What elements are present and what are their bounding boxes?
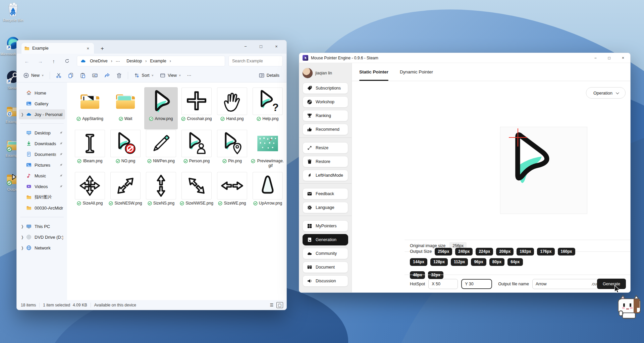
- close-button[interactable]: ×: [273, 44, 280, 49]
- details-button[interactable]: Details: [256, 70, 282, 80]
- file-tile[interactable]: AppStarting: [73, 87, 107, 129]
- hotspot-x-input[interactable]: [432, 282, 454, 286]
- paste-button[interactable]: [77, 70, 89, 80]
- file-tile[interactable]: Person.png: [180, 129, 213, 172]
- sidebar-item[interactable]: Music: [19, 171, 65, 181]
- output-size-chip[interactable]: 160px: [558, 248, 575, 255]
- copy-button[interactable]: [65, 70, 77, 80]
- sidebar-button[interactable]: Subscriptions: [303, 82, 348, 94]
- output-size-chip[interactable]: 224px: [476, 248, 493, 255]
- share-button[interactable]: [101, 70, 113, 80]
- output-size-chip[interactable]: 144px: [410, 258, 427, 266]
- cut-button[interactable]: [53, 70, 65, 80]
- back-button[interactable]: ←: [21, 56, 33, 66]
- sidebar-button[interactable]: LeftHandMode: [303, 170, 348, 181]
- file-tile[interactable]: SizeNS.png: [144, 172, 178, 214]
- output-size-chip[interactable]: 208px: [496, 248, 514, 255]
- file-tile[interactable]: SizeAll.png: [73, 172, 107, 214]
- more-options-button[interactable]: ⋯: [184, 71, 195, 80]
- chevron-right-icon[interactable]: ❭: [21, 246, 24, 250]
- sidebar-button[interactable]: [299, 216, 352, 216]
- sidebar-item[interactable]: Documents: [19, 149, 65, 159]
- sidebar-button[interactable]: Feedback: [303, 188, 348, 199]
- breadcrumb-item[interactable]: OneDrive: [88, 58, 110, 64]
- sidebar-item[interactable]: ❭ DVD Drive (D:) Win: [19, 232, 65, 242]
- sidebar-button[interactable]: [299, 137, 352, 138]
- sidebar-item[interactable]: ❭ This PC: [19, 221, 65, 231]
- sidebar-button[interactable]: Discussion: [303, 275, 348, 287]
- up-button[interactable]: ↑: [48, 56, 60, 66]
- sidebar-item[interactable]: Videos: [19, 181, 65, 191]
- sidebar-item[interactable]: ❭ Network: [19, 243, 65, 253]
- icons-view-button[interactable]: ▢: [276, 302, 283, 308]
- sidebar-item[interactable]: 00030-ArcMidnight: [19, 203, 65, 213]
- minimize-button[interactable]: −: [242, 44, 249, 49]
- file-tile[interactable]: Hand.png: [215, 87, 249, 129]
- sidebar-button[interactable]: Document: [303, 262, 348, 273]
- new-button[interactable]: New∨: [20, 70, 47, 80]
- maximize-button[interactable]: □: [258, 44, 264, 49]
- sidebar-button[interactable]: Ranking: [303, 110, 348, 121]
- hotspot-x-field[interactable]: [428, 279, 458, 289]
- file-tile[interactable]: NO.png: [109, 129, 142, 172]
- sidebar-button[interactable]: Recommend: [303, 124, 348, 135]
- output-size-chip[interactable]: 192px: [517, 248, 534, 255]
- output-size-chip[interactable]: 112px: [451, 258, 468, 266]
- sidebar-item[interactable]: [20, 217, 64, 217]
- file-tile[interactable]: Pin.png: [215, 129, 249, 172]
- maximize-button[interactable]: □: [608, 56, 610, 60]
- file-tile[interactable]: IBeam.png: [73, 129, 107, 172]
- output-size-chip[interactable]: 96px: [471, 258, 486, 266]
- pointer-preview-panel[interactable]: [500, 127, 587, 214]
- sidebar-button[interactable]: Restore: [303, 156, 348, 167]
- output-size-chip[interactable]: 256px: [435, 248, 452, 255]
- file-tile[interactable]: Arrow.png: [144, 87, 178, 129]
- sidebar-button[interactable]: Workshop: [303, 96, 348, 108]
- sidebar-item[interactable]: [20, 123, 64, 124]
- breadcrumb-item[interactable]: ⋯: [114, 58, 122, 65]
- file-tile[interactable]: Wait: [109, 87, 142, 129]
- generate-button[interactable]: Generate: [597, 279, 626, 289]
- file-tile[interactable]: NWPen.png: [144, 129, 178, 172]
- desktop-icon[interactable]: Recycle Bin: [0, 2, 26, 22]
- output-size-chip[interactable]: 176px: [537, 248, 554, 255]
- sidebar-item[interactable]: Gallery: [19, 99, 65, 109]
- pointer-tab[interactable]: Dynamic Pointer: [400, 63, 433, 81]
- sidebar-item[interactable]: Pictures: [19, 160, 65, 170]
- chevron-right-icon[interactable]: ❭: [21, 112, 24, 117]
- delete-button[interactable]: [113, 70, 125, 80]
- sidebar-item[interactable]: Home: [19, 88, 65, 98]
- minimize-button[interactable]: −: [594, 56, 597, 60]
- output-file-input[interactable]: [536, 282, 591, 286]
- view-button[interactable]: View∨: [157, 70, 184, 80]
- sidebar-item[interactable]: Desktop: [19, 128, 65, 138]
- file-tile[interactable]: Help.png: [251, 87, 284, 129]
- output-size-chip[interactable]: 80px: [489, 258, 504, 266]
- hotspot-y-field[interactable]: [461, 279, 492, 289]
- refresh-button[interactable]: [61, 56, 73, 66]
- file-tile[interactable]: SizeNESW.png: [109, 172, 142, 214]
- list-view-button[interactable]: ☰: [268, 302, 275, 308]
- sort-button[interactable]: Sort∨: [131, 70, 157, 80]
- output-size-chip[interactable]: 240px: [455, 248, 473, 255]
- output-size-chip[interactable]: 128px: [430, 258, 448, 266]
- new-tab-button[interactable]: +: [99, 44, 106, 54]
- user-profile[interactable]: jiaqian lin: [299, 66, 352, 80]
- sidebar-button[interactable]: [299, 183, 352, 184]
- chevron-right-icon[interactable]: ❭: [21, 235, 24, 239]
- tab-close-icon[interactable]: ×: [85, 46, 91, 51]
- sidebar-button[interactable]: Language: [303, 202, 348, 213]
- search-box[interactable]: [229, 56, 282, 66]
- file-tile[interactable]: SizeNWSE.png: [180, 172, 213, 214]
- file-tile[interactable]: PreviewImage.gif: [251, 129, 284, 172]
- output-size-chip[interactable]: 64px: [507, 258, 523, 266]
- chevron-right-icon[interactable]: ❭: [21, 224, 24, 229]
- sidebar-button[interactable]: Generation: [303, 234, 348, 245]
- search-input[interactable]: [232, 59, 279, 63]
- close-button[interactable]: ×: [622, 56, 624, 60]
- file-tile[interactable]: SizeWE.png: [215, 172, 249, 214]
- sidebar-button[interactable]: Resize: [303, 142, 348, 154]
- operation-dropdown[interactable]: Operation: [586, 87, 626, 99]
- file-tile[interactable]: Crosshair.png: [180, 87, 213, 129]
- explorer-tab[interactable]: Example ×: [21, 43, 94, 54]
